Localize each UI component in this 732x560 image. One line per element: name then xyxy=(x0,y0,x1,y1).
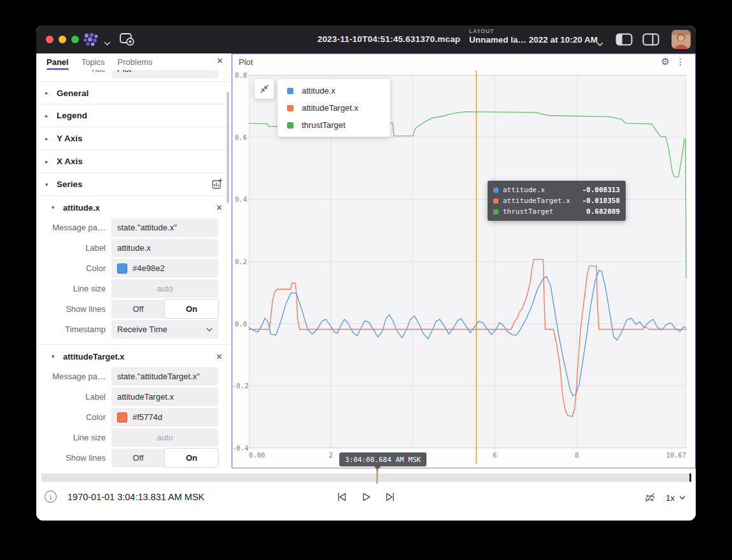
layout-menu[interactable]: LAYOUT Unnamed la… 2022 at 10:20 AM xyxy=(469,29,598,45)
plot-panel-title: Plot xyxy=(239,57,253,67)
show-lines-off[interactable]: Off xyxy=(111,449,165,467)
legend-swatch xyxy=(287,122,293,129)
add-panel-button[interactable] xyxy=(119,32,136,46)
data-source-chevron-icon[interactable] xyxy=(104,37,111,48)
settings-sidebar: Panel Topics Problems ✕ Title Plot ▸ Gen… xyxy=(36,53,232,468)
playback-left-group: i 1970-01-01 3:04:13.831 AM MSK xyxy=(45,491,204,503)
line-size-input[interactable]: auto xyxy=(111,279,218,298)
playback-speed-select[interactable]: 1x xyxy=(666,493,686,503)
playback-right-group: 1x xyxy=(644,491,686,504)
add-series-button[interactable] xyxy=(211,178,223,192)
series-block-attitude-target-x: ▾ attitudeTarget.x ✕ Message pa… state."… xyxy=(36,344,231,467)
message-path-label: Message pa… xyxy=(36,372,111,381)
scrubber-playhead[interactable] xyxy=(376,471,378,484)
seek-backward-button[interactable] xyxy=(335,490,349,504)
foxglove-logo-icon xyxy=(82,32,100,50)
line-size-input[interactable]: auto xyxy=(111,428,218,447)
plot-panel: Plot ⚙ ⋮ 0.80.60.40.20.0-0.2-0.4 0.00246… xyxy=(232,53,696,468)
desktop-background: 2023-11-10T04:51:45.631370.mcap LAYOUT U… xyxy=(0,0,732,560)
message-path-label: Message pa… xyxy=(36,223,111,232)
scrubber-track[interactable] xyxy=(41,473,691,482)
color-label: Color xyxy=(36,412,111,422)
caret-down-icon: ▾ xyxy=(45,181,52,188)
show-lines-off[interactable]: Off xyxy=(111,300,165,318)
hover-time-tooltip: 3:04:08.684 AM MSK xyxy=(339,452,426,466)
message-path-input[interactable]: state."attitudeTarget.x" xyxy=(111,367,218,386)
legend-item-attitude-x[interactable]: attitude.x xyxy=(278,82,390,99)
tooltip-row: attitude.x -0.008313 xyxy=(493,185,620,195)
x-tick-label: 10.67 xyxy=(666,451,686,459)
chart-legend: attitude.x attitudeTarget.x thrustTarget xyxy=(278,79,390,137)
label-input[interactable]: attitudeTarget.x xyxy=(111,388,218,406)
title-field-input[interactable]: Plot xyxy=(111,70,218,78)
label-input[interactable]: attitude.x xyxy=(111,239,218,257)
message-path-input[interactable]: state."attitude.x" xyxy=(111,218,218,237)
legend-swatch xyxy=(287,105,293,111)
remove-series-icon[interactable]: ✕ xyxy=(216,352,223,361)
caret-right-icon: ▸ xyxy=(45,113,52,119)
select-caret-icon xyxy=(206,328,213,332)
y-tick-label: -0.4 xyxy=(232,444,247,452)
sidebar-scrollbar[interactable] xyxy=(227,92,229,203)
scrubber-end-marker xyxy=(689,473,691,482)
section-series[interactable]: ▾ Series xyxy=(36,173,231,196)
sidebar-close-icon[interactable]: ✕ xyxy=(216,56,223,66)
section-legend[interactable]: ▸ Legend xyxy=(36,104,231,127)
titlebar: 2023-11-10T04:51:45.631370.mcap LAYOUT U… xyxy=(36,25,696,53)
speed-caret-icon xyxy=(679,496,686,500)
y-tick-label: -0.2 xyxy=(232,382,247,389)
section-general[interactable]: ▸ General xyxy=(36,81,231,104)
left-sidebar-toggle-button[interactable] xyxy=(616,33,633,46)
remove-series-icon[interactable]: ✕ xyxy=(216,203,223,213)
kebab-menu-icon[interactable]: ⋮ xyxy=(676,57,685,67)
show-lines-toggle: Off On xyxy=(111,449,218,467)
caret-right-icon: ▸ xyxy=(45,90,52,96)
layout-chevron-icon[interactable] xyxy=(596,38,603,49)
tab-panel[interactable]: Panel xyxy=(46,53,69,70)
x-tick-label: 0.00 xyxy=(249,451,265,459)
legend-item-attitude-target-x[interactable]: attitudeTarget.x xyxy=(278,99,390,116)
color-input[interactable]: #4e98e2 xyxy=(111,259,218,277)
gear-icon[interactable]: ⚙ xyxy=(661,56,670,67)
user-avatar[interactable] xyxy=(672,30,691,49)
play-button[interactable] xyxy=(359,490,373,504)
loop-off-icon[interactable] xyxy=(644,491,656,504)
line-size-label: Line size xyxy=(36,433,111,442)
series-block-attitude-x: ▾ attitude.x ✕ Message pa… state."attitu… xyxy=(36,199,231,339)
settings-sections: ▸ General ▸ Legend ▸ Y Axis ▸ X Axis xyxy=(36,81,231,196)
tooltip-swatch xyxy=(493,199,498,204)
playback-bar: i 1970-01-01 3:04:13.831 AM MSK xyxy=(36,484,696,521)
label-label: Label xyxy=(36,392,111,402)
window-title: 2023-11-10T04:51:45.631370.mcap xyxy=(290,34,488,44)
maximize-window-button[interactable] xyxy=(71,36,79,43)
show-lines-label: Show lines xyxy=(36,304,111,314)
tab-problems[interactable]: Problems xyxy=(118,53,153,70)
right-sidebar-toggle-button[interactable] xyxy=(642,33,660,46)
close-window-button[interactable] xyxy=(46,36,53,43)
y-tick-label: 0.8 xyxy=(232,71,247,79)
show-lines-on[interactable]: On xyxy=(165,449,218,467)
timeline-scrubber xyxy=(36,468,696,484)
section-y-axis[interactable]: ▸ Y Axis xyxy=(36,127,231,150)
color-input[interactable]: #f5774d xyxy=(111,408,218,426)
legend-item-thrust-target[interactable]: thrustTarget xyxy=(278,116,390,134)
tooltip-row: attitudeTarget.x -0.018358 xyxy=(493,195,620,206)
y-tick-label: 0.4 xyxy=(232,195,247,203)
show-lines-toggle: Off On xyxy=(111,300,218,318)
series-header-attitude-x[interactable]: ▾ attitude.x ✕ xyxy=(36,199,231,216)
caret-right-icon: ▸ xyxy=(45,158,52,165)
transport-controls xyxy=(335,490,397,504)
color-swatch[interactable] xyxy=(117,412,127,423)
x-tick-label: 8 xyxy=(575,451,579,459)
legend-swatch xyxy=(287,88,293,94)
section-x-axis[interactable]: ▸ X Axis xyxy=(36,150,231,173)
info-icon[interactable]: i xyxy=(45,491,57,503)
color-swatch[interactable] xyxy=(117,263,127,274)
minimize-window-button[interactable] xyxy=(59,36,66,43)
tab-topics[interactable]: Topics xyxy=(81,53,105,70)
seek-forward-button[interactable] xyxy=(383,490,397,504)
show-lines-on[interactable]: On xyxy=(165,300,218,318)
series-header-attitude-target-x[interactable]: ▾ attitudeTarget.x ✕ xyxy=(36,347,231,365)
timestamp-select[interactable]: Receive Time xyxy=(111,320,218,339)
legend-collapse-button[interactable] xyxy=(255,79,274,99)
